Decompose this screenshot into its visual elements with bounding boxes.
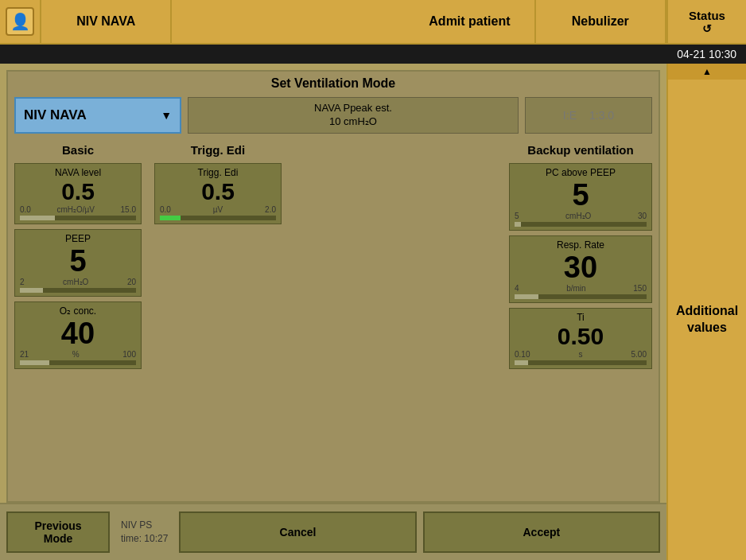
- ie-label: I:E: [563, 109, 577, 122]
- o2-conc-unit: %: [72, 350, 80, 359]
- trigg-edi-min: 0.0: [160, 205, 171, 214]
- middle-spacer: [294, 143, 496, 495]
- prev-mode-info-line1: NIV PS: [121, 519, 168, 532]
- trigg-edi-slider: [160, 216, 276, 220]
- nava-level-max: 15.0: [121, 205, 136, 214]
- peep-track: [20, 288, 43, 293]
- nava-level-card[interactable]: NAVA level 0.5 0.0 cmH₂O/µV 15.0: [14, 163, 142, 224]
- o2-conc-slider: [20, 360, 136, 365]
- peep-max: 20: [127, 278, 136, 286]
- additional-values-button[interactable]: Additional values: [668, 80, 746, 560]
- top-bar: 👤 NIV NAVA Admit patient Nebulizer Statu…: [0, 0, 746, 45]
- peep-value: 5: [20, 246, 136, 276]
- prev-mode-info-line2: time: 10:27: [121, 532, 168, 546]
- content-area: Set Ventilation Mode NIV NAVA ▼ NAVA Ppe…: [0, 64, 666, 560]
- ie-box: I:E 1:3.0: [525, 97, 652, 134]
- status-area: Status ↺: [666, 0, 746, 43]
- o2-conc-value: 40: [20, 318, 136, 348]
- trigg-edi-max: 2.0: [265, 205, 276, 214]
- pc-above-peep-max: 30: [638, 212, 647, 220]
- pc-above-peep-name: PC above PEEP: [515, 167, 647, 178]
- modal-panel: Set Ventilation Mode NIV NAVA ▼ NAVA Ppe…: [6, 70, 660, 503]
- right-sidebar: ▲ Additional values: [666, 64, 746, 560]
- resp-rate-name: Resp. Rate: [515, 239, 647, 251]
- basic-title: Basic: [14, 143, 142, 157]
- peep-range: 2 cmH₂O 20: [20, 278, 136, 286]
- nava-level-track: [20, 216, 55, 220]
- trigg-edi-value: 0.5: [160, 180, 276, 204]
- backup-title: Backup ventilation: [509, 143, 652, 157]
- topbar-spacer: [172, 0, 405, 43]
- mode-selected-label: NIV NAVA: [24, 107, 87, 123]
- o2-conc-min: 21: [20, 350, 29, 359]
- previous-mode-button[interactable]: Previous Mode: [6, 511, 110, 553]
- resp-rate-value: 30: [515, 252, 647, 282]
- nebulizer-button[interactable]: Nebulizer: [536, 0, 666, 43]
- trigg-title: Trigg. Edi: [154, 143, 282, 157]
- ti-slider: [515, 360, 647, 365]
- ti-min: 0.10: [515, 350, 530, 359]
- peep-slider: [20, 288, 136, 293]
- ti-track: [515, 360, 528, 365]
- pc-above-peep-unit: cmH₂O: [565, 212, 591, 220]
- ti-name: Ti: [515, 312, 647, 323]
- nava-level-slider: [20, 216, 136, 220]
- o2-conc-name: O₂ conc.: [20, 305, 136, 317]
- peep-min: 2: [20, 278, 25, 286]
- peep-card[interactable]: PEEP 5 2 cmH₂O 20: [14, 229, 142, 297]
- pc-above-peep-range: 5 cmH₂O 30: [515, 212, 647, 220]
- resp-rate-min: 4: [515, 284, 519, 293]
- cancel-button[interactable]: Cancel: [179, 511, 416, 553]
- dropdown-arrow-icon: ▼: [161, 109, 172, 122]
- mode-row: NIV NAVA ▼ NAVA Ppeak est.10 cmH₂O I:E 1…: [8, 94, 659, 140]
- admit-patient-button[interactable]: Admit patient: [405, 0, 535, 43]
- niv-nava-button[interactable]: NIV NAVA: [41, 0, 172, 43]
- accept-button[interactable]: Accept: [423, 511, 660, 553]
- ti-max: 5.00: [631, 350, 647, 359]
- ti-range: 0.10 s 5.00: [515, 350, 647, 359]
- trigg-edi-unit: µV: [213, 205, 223, 214]
- pc-above-peep-value: 5: [515, 180, 647, 210]
- trigg-edi-name: Trigg. Edi: [160, 167, 276, 178]
- nava-level-range: 0.0 cmH₂O/µV 15.0: [20, 205, 136, 214]
- peep-name: PEEP: [20, 233, 136, 244]
- ti-value: 0.50: [515, 325, 647, 348]
- resp-rate-unit: b/min: [566, 284, 585, 293]
- pc-above-peep-card[interactable]: PC above PEEP 5 5 cmH₂O 30: [509, 163, 652, 231]
- pc-above-peep-min: 5: [515, 212, 519, 220]
- datetime-bar: 04-21 10:30: [0, 45, 746, 64]
- datetime-display: 04-21 10:30: [677, 48, 736, 60]
- nava-level-min: 0.0: [20, 205, 31, 214]
- o2-conc-track: [20, 360, 49, 365]
- params-grid: Basic NAVA level 0.5 0.0 cmH₂O/µV 15.0: [8, 140, 659, 501]
- backup-section: Backup ventilation PC above PEEP 5 5 cmH…: [509, 143, 652, 495]
- patient-icon: 👤: [6, 7, 34, 36]
- nava-ppeak-label: NAVA Ppeak est.10 cmH₂O: [314, 102, 392, 129]
- trigg-edi-track: [160, 216, 181, 220]
- nava-ppeak-box: NAVA Ppeak est.10 cmH₂O: [188, 97, 519, 134]
- sidebar-scroll-up-button[interactable]: ▲: [668, 64, 746, 80]
- resp-rate-max: 150: [633, 284, 647, 293]
- pc-above-peep-slider: [515, 222, 647, 227]
- modal-title: Set Ventilation Mode: [8, 72, 659, 94]
- peep-unit: cmH₂O: [63, 278, 88, 286]
- logo-area: 👤: [0, 0, 41, 43]
- resp-rate-range: 4 b/min 150: [515, 284, 647, 293]
- trigg-section: Trigg. Edi Trigg. Edi 0.5 0.0 µV 2.0: [154, 143, 282, 495]
- pc-above-peep-track: [515, 222, 521, 227]
- basic-section: Basic NAVA level 0.5 0.0 cmH₂O/µV 15.0: [14, 143, 142, 495]
- status-label: Status: [689, 9, 725, 22]
- main-container: Set Ventilation Mode NIV NAVA ▼ NAVA Ppe…: [0, 64, 746, 560]
- ti-card[interactable]: Ti 0.50 0.10 s 5.00: [509, 308, 652, 369]
- resp-rate-card[interactable]: Resp. Rate 30 4 b/min 150: [509, 235, 652, 303]
- resp-rate-track: [515, 294, 538, 299]
- ie-value: 1:3.0: [589, 109, 614, 122]
- o2-conc-card[interactable]: O₂ conc. 40 21 % 100: [14, 301, 142, 369]
- mode-dropdown[interactable]: NIV NAVA ▼: [14, 97, 181, 134]
- trigg-edi-card[interactable]: Trigg. Edi 0.5 0.0 µV 2.0: [154, 163, 282, 224]
- status-icon: ↺: [702, 22, 712, 35]
- resp-rate-slider: [515, 294, 647, 299]
- bottom-bar: Previous Mode NIV PS time: 10:27 Cancel …: [0, 503, 666, 560]
- ti-unit: s: [579, 350, 583, 359]
- o2-conc-range: 21 % 100: [20, 350, 136, 359]
